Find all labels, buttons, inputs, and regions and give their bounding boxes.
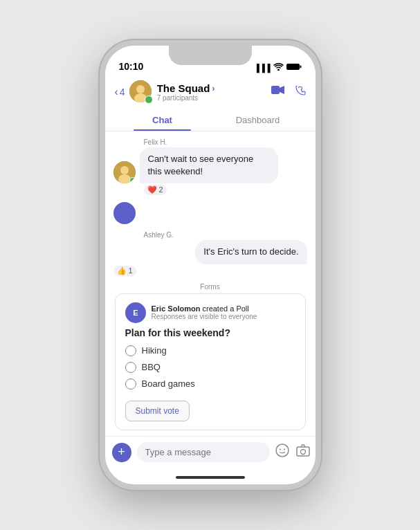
wifi-icon [273, 63, 284, 72]
poll-author-name: Eric Solomon created a Poll [152, 304, 257, 313]
signal-icon: ▐▐▐ [254, 64, 270, 72]
back-button[interactable]: ‹ 4 [115, 86, 125, 98]
reaction-ashley: 👍 1 [113, 266, 302, 276]
reaction-badge-ashley: 👍 1 [113, 266, 136, 276]
message-row-ashley: It's Eric's turn to decide. [113, 240, 307, 264]
poll-question: Plan for this weekend? [125, 327, 295, 338]
message-input[interactable] [137, 442, 270, 462]
header-actions [271, 85, 306, 100]
poll-option-2[interactable]: BBQ [125, 362, 295, 373]
message-group-ashley: Ashley G. It's Eric's turn to decide. 👍 … [113, 231, 307, 275]
status-time: 10:10 [119, 61, 144, 72]
radio-bbq[interactable] [125, 362, 136, 373]
svg-text:E: E [133, 309, 138, 317]
group-name-text: The Squad [157, 82, 210, 94]
input-bar: + [105, 436, 316, 470]
tab-bar: Chat Dashboard [115, 109, 306, 131]
message-group-felix: Felix H. Can't wait to see everyone this… [113, 138, 307, 195]
group-name-row[interactable]: The Squad › [157, 82, 215, 94]
group-avatar [129, 80, 153, 104]
svg-point-8 [120, 166, 129, 174]
radio-hiking[interactable] [125, 345, 136, 356]
video-call-icon[interactable] [271, 85, 285, 100]
poll-author-row: E Eric Solomon created a Poll Responses … [125, 302, 295, 323]
poll-option-label-2: BBQ [142, 362, 161, 372]
poll-option-3[interactable]: Board games [125, 378, 295, 390]
group-chevron-icon: › [212, 83, 214, 93]
input-action-icons [275, 444, 316, 461]
status-icons: ▐▐▐ [254, 63, 301, 72]
emoji-icon[interactable] [275, 444, 289, 461]
group-participants: 7 participants [157, 94, 215, 102]
home-indicator [105, 470, 316, 484]
home-bar [176, 476, 245, 479]
svg-point-14 [284, 449, 285, 450]
poll-author-sub: Responses are visible to everyone [152, 313, 257, 320]
phone-call-icon[interactable] [295, 85, 306, 100]
submit-vote-button[interactable]: Submit vote [125, 401, 190, 421]
poll-option-label-3: Board games [142, 378, 195, 389]
poll-section-label: Forms [113, 283, 307, 291]
blue-circle-row [113, 202, 307, 224]
svg-point-13 [280, 449, 281, 450]
avatar-felix [113, 161, 136, 183]
sender-label-felix: Felix H. [144, 138, 307, 146]
camera-icon[interactable] [296, 444, 310, 460]
svg-rect-5 [271, 86, 280, 94]
svg-point-16 [300, 450, 305, 455]
blue-circle-avatar [113, 202, 136, 224]
back-count: 4 [120, 86, 125, 98]
poll-card: E Eric Solomon created a Poll Responses … [115, 293, 306, 430]
tab-chat[interactable]: Chat [115, 109, 210, 131]
message-bubble-felix: Can't wait to see everyone this weekend! [140, 147, 278, 183]
online-badge [145, 95, 153, 104]
svg-rect-1 [300, 66, 301, 68]
radio-boardgames[interactable] [125, 378, 136, 390]
chevron-left-icon: ‹ [115, 86, 118, 98]
svg-point-3 [136, 85, 145, 93]
svg-marker-6 [280, 86, 284, 94]
svg-point-12 [276, 444, 289, 457]
reaction-felix: ❤️ 2 [144, 185, 307, 195]
battery-icon [286, 63, 302, 72]
add-attachment-button[interactable]: + [112, 443, 131, 462]
poll-option-label-1: Hiking [142, 345, 167, 356]
sender-label-ashley: Ashley G. [144, 231, 307, 239]
poll-avatar: E [125, 302, 146, 323]
poll-author-info: Eric Solomon created a Poll Responses ar… [152, 304, 257, 320]
chat-header: ‹ 4 [105, 76, 316, 131]
tab-dashboard[interactable]: Dashboard [210, 109, 306, 131]
notch [169, 46, 252, 65]
phone-frame: 10:10 ▐▐▐ ‹ 4 [100, 40, 321, 490]
chat-area: Felix H. Can't wait to see everyone this… [105, 131, 316, 436]
online-dot [129, 177, 136, 183]
message-bubble-ashley: It's Eric's turn to decide. [195, 240, 307, 264]
poll-section: Forms E Eric Solomon created a Poll Resp… [113, 283, 307, 430]
poll-option-1[interactable]: Hiking [125, 345, 295, 356]
reaction-badge-felix: ❤️ 2 [144, 185, 167, 195]
message-row-felix: Can't wait to see everyone this weekend! [113, 147, 307, 183]
group-info: The Squad › 7 participants [157, 82, 215, 102]
svg-rect-0 [286, 64, 300, 70]
